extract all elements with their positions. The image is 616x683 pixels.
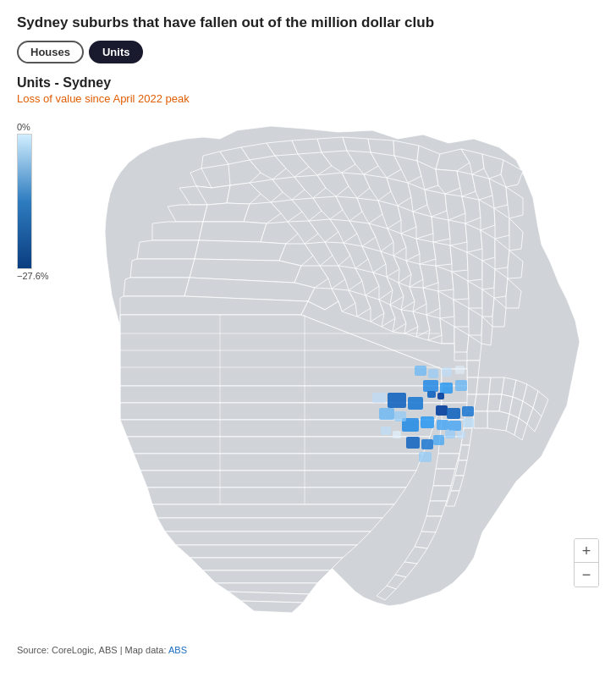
- svg-rect-25: [457, 431, 465, 438]
- svg-rect-0: [388, 393, 406, 408]
- svg-rect-14: [455, 380, 467, 391]
- svg-rect-26: [415, 366, 426, 376]
- tab-bar: Houses Units: [17, 41, 599, 63]
- svg-rect-19: [381, 427, 391, 435]
- svg-rect-23: [372, 393, 386, 403]
- svg-rect-15: [406, 437, 420, 449]
- legend-gradient: [17, 134, 32, 269]
- legend-top-label: 0%: [17, 122, 30, 132]
- tab-houses[interactable]: Houses: [17, 41, 84, 63]
- map-subtitle: Units - Sydney: [17, 75, 599, 91]
- map-svg-area: [51, 113, 599, 638]
- svg-rect-10: [448, 421, 461, 431]
- svg-rect-6: [379, 408, 394, 420]
- svg-rect-20: [393, 431, 401, 438]
- svg-rect-5: [437, 420, 448, 430]
- source-attribution: Source: CoreLogic, ABS | Map data: ABS: [17, 645, 599, 655]
- map-legend: 0% −27.6%: [17, 122, 49, 281]
- zoom-controls: + −: [574, 538, 599, 587]
- svg-rect-29: [455, 366, 465, 374]
- svg-rect-22: [437, 393, 444, 399]
- svg-rect-11: [463, 418, 474, 427]
- svg-rect-8: [447, 408, 460, 419]
- svg-rect-7: [394, 411, 406, 421]
- legend-bottom-label: −27.6%: [17, 271, 49, 281]
- map-container: 0% −27.6%: [17, 113, 599, 638]
- svg-rect-18: [419, 452, 432, 462]
- svg-rect-4: [421, 416, 434, 428]
- page-title: Sydney suburbs that have fallen out of t…: [17, 14, 599, 32]
- svg-rect-13: [440, 383, 453, 394]
- svg-rect-16: [421, 439, 433, 449]
- svg-rect-28: [442, 367, 452, 377]
- svg-rect-17: [433, 435, 444, 445]
- abs-link[interactable]: ABS: [168, 645, 187, 655]
- svg-rect-9: [462, 406, 474, 416]
- svg-rect-21: [427, 391, 436, 398]
- svg-rect-1: [408, 397, 423, 410]
- svg-rect-24: [445, 430, 455, 438]
- svg-rect-2: [436, 405, 448, 416]
- svg-rect-27: [428, 369, 438, 378]
- tab-units[interactable]: Units: [89, 41, 144, 63]
- map-description: Loss of value since April 2022 peak: [17, 92, 599, 105]
- svg-rect-12: [423, 380, 438, 392]
- zoom-out-button[interactable]: −: [575, 563, 598, 587]
- zoom-in-button[interactable]: +: [575, 539, 598, 563]
